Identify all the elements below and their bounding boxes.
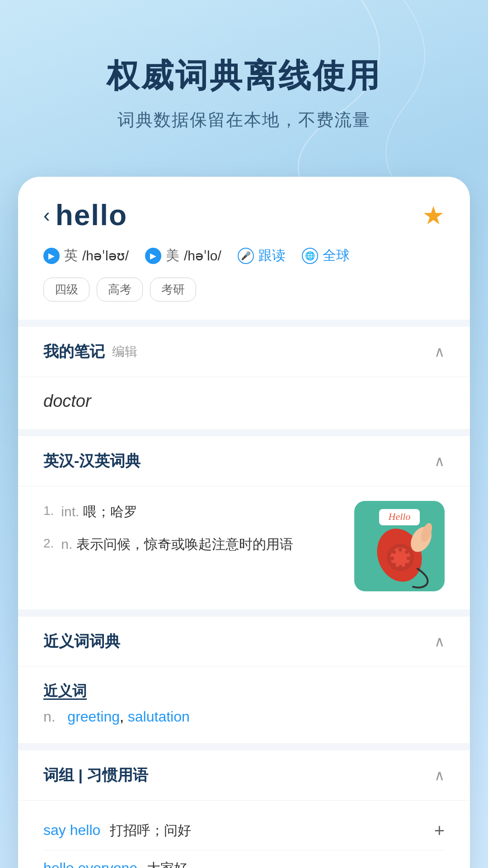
synonym-pos: n. bbox=[43, 708, 56, 725]
en-cn-collapse-icon[interactable]: ∧ bbox=[434, 453, 445, 470]
hero-title: 权威词典离线使用 bbox=[27, 54, 461, 98]
exam-tags-row: 四级 高考 考研 bbox=[43, 278, 445, 302]
word-display: hello bbox=[56, 198, 127, 232]
global-option[interactable]: 🌐 全球 bbox=[302, 246, 350, 265]
follow-read-label: 跟读 bbox=[258, 246, 286, 265]
svg-point-6 bbox=[405, 550, 408, 554]
definition-1: 1. int. 喂；哈罗 bbox=[43, 501, 340, 523]
uk-ipa: /həˈləʊ/ bbox=[82, 248, 129, 264]
en-cn-section-header: 英汉-汉英词典 ∧ bbox=[18, 436, 470, 486]
synonym-content: 近义词 n. greeting, salutation bbox=[18, 667, 470, 743]
svg-point-9 bbox=[399, 565, 402, 569]
word-header: ‹ hello ★ ▶ 英 /həˈləʊ/ ▶ 美 /həˈlo/ 🎤 跟读 … bbox=[18, 177, 470, 320]
follow-read[interactable]: 🎤 跟读 bbox=[238, 246, 286, 265]
svg-point-5 bbox=[399, 548, 402, 552]
phrase-1-en[interactable]: say hello bbox=[43, 822, 100, 838]
def-num-2: 2. bbox=[43, 533, 54, 555]
global-label: 全球 bbox=[323, 246, 350, 265]
tag-gaokao: 高考 bbox=[97, 278, 143, 302]
mic-icon[interactable]: 🎤 bbox=[238, 248, 254, 264]
back-arrow-icon[interactable]: ‹ bbox=[43, 205, 50, 225]
hero-section: 权威词典离线使用 词典数据保留在本地，不费流量 bbox=[0, 0, 488, 159]
synonym-words: n. greeting, salutation bbox=[43, 708, 445, 725]
favorite-star-icon[interactable]: ★ bbox=[422, 201, 445, 230]
svg-text:Hello: Hello bbox=[388, 511, 411, 522]
svg-point-8 bbox=[405, 563, 408, 566]
svg-point-10 bbox=[392, 563, 396, 566]
uk-speaker-icon[interactable]: ▶ bbox=[43, 248, 60, 264]
en-cn-dictionary-section: 英汉-汉英词典 ∧ 1. int. 喂；哈罗 2. n. 表示问候，惊奇或唤起注… bbox=[18, 436, 470, 609]
def-text-1: int. 喂；哈罗 bbox=[61, 501, 137, 523]
us-ipa: /həˈlo/ bbox=[184, 248, 221, 264]
us-label: 美 bbox=[166, 246, 179, 265]
telephone-svg: Hello bbox=[354, 501, 445, 591]
hello-illustration: Hello bbox=[354, 501, 445, 591]
definitions-list: 1. int. 喂；哈罗 2. n. 表示问候，惊奇或唤起注意时的用语 bbox=[43, 501, 340, 566]
notes-body: doctor bbox=[18, 377, 470, 429]
definition-2: 2. n. 表示问候，惊奇或唤起注意时的用语 bbox=[43, 533, 340, 555]
svg-point-7 bbox=[407, 557, 410, 560]
en-cn-title: 英汉-汉英词典 bbox=[43, 451, 141, 472]
notes-collapse-icon[interactable]: ∧ bbox=[434, 343, 445, 360]
tag-kaoyan: 考研 bbox=[150, 278, 196, 302]
hero-subtitle: 词典数据保留在本地，不费流量 bbox=[27, 108, 461, 132]
phrase-collapse-icon[interactable]: ∧ bbox=[434, 767, 445, 784]
phrase-item-1-content: say hello 打招呼；问好 bbox=[43, 821, 191, 840]
dictionary-card: ‹ hello ★ ▶ 英 /həˈləʊ/ ▶ 美 /həˈlo/ 🎤 跟读 … bbox=[18, 177, 470, 868]
def-text-2: n. 表示问候，惊奇或唤起注意时的用语 bbox=[61, 533, 293, 555]
uk-label: 英 bbox=[64, 246, 78, 265]
synonym-collapse-icon[interactable]: ∧ bbox=[434, 633, 445, 650]
pronunciation-row: ▶ 英 /həˈləʊ/ ▶ 美 /həˈlo/ 🎤 跟读 🌐 全球 bbox=[43, 246, 445, 265]
us-pronunciation[interactable]: ▶ 美 /həˈlo/ bbox=[145, 246, 221, 265]
definition-area: 1. int. 喂；哈罗 2. n. 表示问候，惊奇或唤起注意时的用语 Hell… bbox=[18, 486, 470, 609]
synonym-label: 近义词 bbox=[43, 681, 445, 701]
phrase-section: 词组 | 习惯用语 ∧ say hello 打招呼；问好 + hello eve… bbox=[18, 750, 470, 868]
phrase-list: say hello 打招呼；问好 + hello everyone 大家好 bbox=[18, 801, 470, 868]
phrase-title: 词组 | 习惯用语 bbox=[43, 765, 148, 786]
synonym-comma: , bbox=[120, 708, 128, 725]
phrase-2-en[interactable]: hello everyone bbox=[43, 860, 137, 868]
notes-section-header: 我的笔记 编辑 ∧ bbox=[18, 327, 470, 377]
notes-content: doctor bbox=[43, 392, 445, 411]
phrase-section-header: 词组 | 习惯用语 ∧ bbox=[18, 750, 470, 801]
synonym-section-header: 近义词词典 ∧ bbox=[18, 617, 470, 667]
notes-title: 我的笔记 bbox=[43, 341, 105, 362]
synonym-word-1[interactable]: greeting bbox=[67, 708, 120, 725]
global-icon[interactable]: 🌐 bbox=[302, 248, 318, 264]
phrase-item-1[interactable]: say hello 打招呼；问好 + bbox=[43, 811, 445, 850]
synonym-word-2[interactable]: salutation bbox=[128, 708, 190, 725]
notes-section: 我的笔记 编辑 ∧ doctor bbox=[18, 327, 470, 429]
us-speaker-icon[interactable]: ▶ bbox=[145, 248, 161, 264]
notes-edit-button[interactable]: 编辑 bbox=[112, 343, 137, 360]
phrase-1-add-icon[interactable]: + bbox=[434, 821, 445, 841]
svg-point-11 bbox=[390, 557, 394, 560]
phrase-item-2[interactable]: hello everyone 大家好 bbox=[43, 850, 445, 868]
svg-point-12 bbox=[392, 550, 396, 554]
synonym-title: 近义词词典 bbox=[43, 631, 120, 652]
phrase-2-cn: 大家好 bbox=[147, 861, 188, 868]
phrase-item-2-content: hello everyone 大家好 bbox=[43, 859, 188, 868]
synonym-section: 近义词词典 ∧ 近义词 n. greeting, salutation bbox=[18, 617, 470, 743]
def-num-1: 1. bbox=[43, 501, 54, 523]
uk-pronunciation[interactable]: ▶ 英 /həˈləʊ/ bbox=[43, 246, 129, 265]
phrase-1-cn: 打招呼；问好 bbox=[110, 823, 191, 838]
tag-cet4: 四级 bbox=[43, 278, 89, 302]
